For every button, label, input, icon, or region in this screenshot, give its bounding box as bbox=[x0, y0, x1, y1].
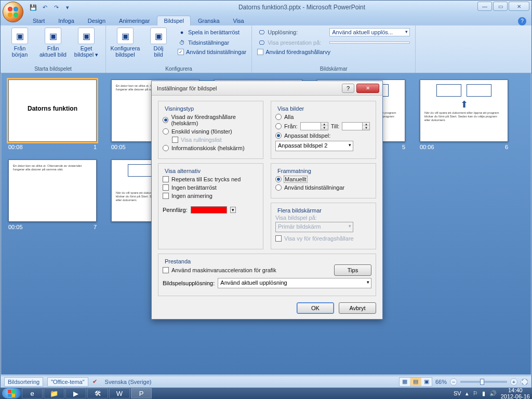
statusbar: Bildsortering "Office-tema" ✔ Svenska (S… bbox=[1, 376, 531, 387]
tab-infoga[interactable]: Infoga bbox=[52, 16, 81, 25]
radio-from-to[interactable]: Från: ▲▼ Till: ▲▼ bbox=[275, 122, 371, 130]
tab-start[interactable]: Start bbox=[26, 16, 51, 25]
task-app1-icon[interactable]: 🛠 bbox=[87, 388, 108, 398]
tray-network-icon[interactable]: ▮ bbox=[482, 390, 485, 397]
tray-volume-icon[interactable]: 🔊 bbox=[489, 390, 497, 397]
fieldset-visa-bilder: Visa bilder Alla Från: ▲▼ Till: ▲▼ Anpas… bbox=[271, 101, 376, 159]
ribbon-small-row[interactable]: ✓Använd tidsinställningar bbox=[177, 48, 247, 56]
office-button[interactable] bbox=[3, 2, 23, 22]
group-start-slideshow: ▣Frånbörjan▣Frånaktuell bild▣Egetbildspe… bbox=[1, 25, 106, 73]
qat-customize-icon[interactable]: ▾ bbox=[63, 3, 72, 12]
status-theme[interactable]: "Office-tema" bbox=[47, 377, 88, 387]
sorter-view-icon[interactable]: ▤ bbox=[410, 378, 421, 386]
ribbon-monitor-row[interactable]: Använd föredragshållarvy bbox=[256, 48, 411, 56]
ribbon-btn[interactable]: ▣Döljbild bbox=[143, 28, 174, 58]
ribbon-small-row[interactable]: ●Spela in berättarröst bbox=[177, 28, 247, 37]
check-hw-accel[interactable]: Använd maskinvaruacceleration för grafik bbox=[163, 267, 276, 273]
ribbon-monitor-row[interactable]: 🖵Upplösning:Använd aktuell upplös... bbox=[256, 28, 411, 37]
radio-manual[interactable]: Manuellt bbox=[275, 176, 371, 182]
pen-color-dropdown[interactable]: ▾ bbox=[230, 207, 236, 213]
taskbar: e 📁 ▶ 🛠 W P SV ▴ ⚐ ▮ 🔊 14:40 2012-06-16 bbox=[0, 388, 532, 399]
help-icon[interactable]: ? bbox=[518, 17, 526, 25]
task-word-icon[interactable]: W bbox=[109, 388, 130, 398]
from-input[interactable] bbox=[300, 122, 321, 130]
zoom-fit-button[interactable]: ⛶ bbox=[521, 378, 528, 385]
zoom-slider[interactable] bbox=[460, 381, 507, 383]
fieldset-prestanda: Prestanda Använd maskinvaruacceleration … bbox=[158, 254, 376, 296]
close-button[interactable]: ✕ bbox=[509, 2, 529, 11]
radio-all[interactable]: Alla bbox=[275, 114, 371, 120]
radio-individual[interactable]: Enskild visning (fönster) bbox=[163, 128, 259, 135]
cancel-button[interactable]: Avbryt bbox=[339, 302, 376, 314]
group-configure: ▣Konfigurerabildspel▣Döljbild ●Spela in … bbox=[106, 25, 252, 73]
fieldset-visningstyp: Visningstyp Visad av föredragshållare (h… bbox=[158, 101, 263, 159]
task-ie-icon[interactable]: e bbox=[22, 388, 43, 398]
ribbon-btn[interactable]: ▣Frånbörjan bbox=[5, 28, 35, 58]
task-media-icon[interactable]: ▶ bbox=[65, 388, 86, 398]
tab-design[interactable]: Design bbox=[82, 16, 112, 25]
titlebar: 💾 ↶ ↷ ▾ Datorns funktion3.pptx - Microso… bbox=[1, 1, 531, 14]
tab-bildspel[interactable]: Bildspel bbox=[157, 16, 191, 25]
save-icon[interactable]: 💾 bbox=[29, 3, 38, 12]
check-scrollbar: Visa rullningslist bbox=[172, 137, 259, 143]
pen-color-swatch[interactable] bbox=[191, 206, 227, 214]
slide-thumb[interactable]: Datorns funktion00:081 bbox=[8, 79, 97, 150]
task-explorer-icon[interactable]: 📁 bbox=[44, 388, 64, 398]
minimize-button[interactable]: — bbox=[477, 2, 492, 11]
monitor-combo: Primär bildskärm bbox=[275, 222, 353, 232]
fieldset-flera-bildskarmar: Flera bildskärmar Visa bildspel på: Prim… bbox=[271, 203, 376, 249]
normal-view-icon[interactable]: ▦ bbox=[400, 378, 410, 386]
task-powerpoint-icon[interactable]: P bbox=[131, 388, 152, 398]
check-no-narration[interactable]: Ingen berättarröst bbox=[163, 184, 259, 191]
zoom-value[interactable]: 66% bbox=[435, 379, 447, 385]
radio-presenter[interactable]: Visad av föredragshållare (helskärm) bbox=[163, 114, 259, 126]
dialog-titlebar[interactable]: Inställningar för bildspel ? ✕ bbox=[152, 81, 382, 96]
zoom-out-button[interactable]: − bbox=[450, 378, 457, 385]
ribbon-combo[interactable]: Använd aktuell upplös... bbox=[329, 28, 410, 36]
ribbon-tabs: StartInfogaDesignAnimeringarBildspelGran… bbox=[1, 14, 531, 25]
tray-clock[interactable]: 14:40 2012-06-16 bbox=[501, 387, 530, 399]
ribbon-btn[interactable]: ▣Konfigurerabildspel bbox=[110, 28, 140, 58]
tab-visa[interactable]: Visa bbox=[227, 16, 250, 25]
tray-chevron-icon[interactable]: ▴ bbox=[466, 390, 469, 397]
ribbon-btn[interactable]: ▣Frånaktuell bild bbox=[38, 28, 68, 58]
group-monitors: 🖵Upplösning:Använd aktuell upplös...🖵Vis… bbox=[252, 25, 416, 73]
tray-lang[interactable]: SV bbox=[454, 390, 461, 396]
check-loop-esc[interactable]: Repetera till Esc trycks ned bbox=[163, 176, 259, 182]
tips-button[interactable]: Tips bbox=[334, 264, 371, 276]
view-buttons: ▦ ▤ ▣ bbox=[399, 377, 432, 387]
fieldset-visa-alternativ: Visa alternativ Repetera till Esc trycks… bbox=[158, 163, 263, 249]
check-no-animation[interactable]: Ingen animering bbox=[163, 193, 259, 199]
slideshow-settings-dialog: Inställningar för bildspel ? ✕ Visningst… bbox=[151, 81, 383, 320]
slide-thumb[interactable]: ⬆När du vill spara ett dokument eller öp… bbox=[420, 79, 508, 150]
radio-kiosk[interactable]: Informationskiosk (helskärm) bbox=[163, 145, 259, 151]
zoom-in-button[interactable]: + bbox=[510, 378, 517, 385]
to-input[interactable] bbox=[342, 122, 363, 130]
maximize-button[interactable]: ▭ bbox=[493, 2, 508, 11]
dialog-close-button[interactable]: ✕ bbox=[356, 84, 379, 93]
radio-custom-show[interactable]: Anpassat bildspel: bbox=[275, 132, 371, 139]
ok-button[interactable]: OK bbox=[297, 302, 334, 314]
ribbon-combo bbox=[329, 42, 410, 44]
window-title: Datorns funktion3.pptx - Microsoft Power… bbox=[72, 4, 531, 11]
redo-icon[interactable]: ↷ bbox=[51, 3, 61, 12]
ribbon: ▣Frånbörjan▣Frånaktuell bild▣Egetbildspe… bbox=[1, 25, 531, 73]
start-button[interactable] bbox=[2, 388, 21, 398]
resolution-combo[interactable]: Använd aktuell upplösning bbox=[218, 278, 371, 288]
spell-check-icon[interactable]: ✔ bbox=[92, 378, 97, 385]
check-presenter-view: Visa vy för föredragshållare bbox=[275, 235, 371, 242]
slideshow-view-icon[interactable]: ▣ bbox=[421, 378, 432, 386]
radio-use-timings[interactable]: Använd tidsinställningar bbox=[275, 184, 371, 191]
slide-thumb[interactable]: En dator kan se olika ut. Oberoende av u… bbox=[8, 159, 97, 230]
tab-animeringar[interactable]: Animeringar bbox=[113, 16, 156, 25]
tray-flag-icon[interactable]: ⚐ bbox=[473, 390, 478, 397]
custom-show-combo[interactable]: Anpassat bildspel 2 bbox=[275, 141, 353, 151]
ribbon-btn[interactable]: ▣Egetbildspel ▾ bbox=[71, 28, 101, 58]
ribbon-small-row[interactable]: ⏱Tidsinställningar bbox=[177, 38, 247, 47]
undo-icon[interactable]: ↶ bbox=[40, 3, 49, 12]
quick-access-toolbar: 💾 ↶ ↷ ▾ bbox=[29, 3, 72, 12]
tab-granska[interactable]: Granska bbox=[192, 16, 226, 25]
status-language[interactable]: Svenska (Sverige) bbox=[101, 377, 155, 387]
dialog-help-button[interactable]: ? bbox=[342, 84, 354, 93]
status-view-mode[interactable]: Bildsortering bbox=[4, 377, 43, 387]
